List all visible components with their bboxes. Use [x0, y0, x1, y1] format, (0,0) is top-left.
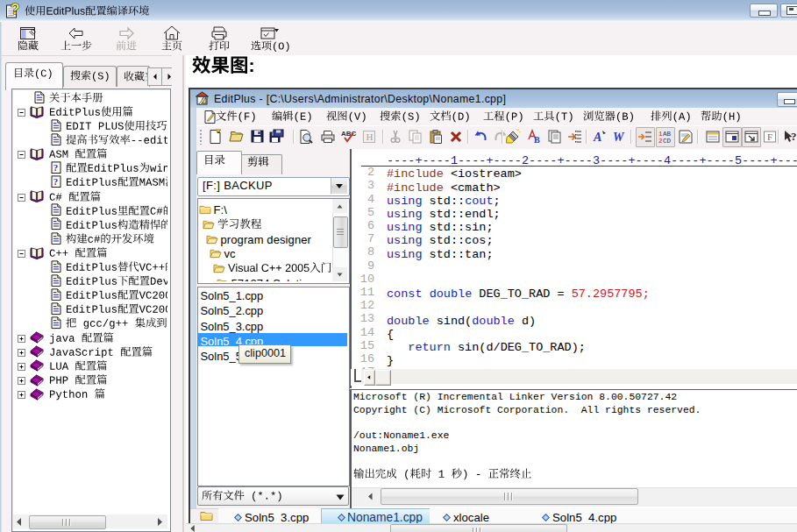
svg-text:A: A: [593, 131, 601, 144]
svg-text:H: H: [366, 131, 374, 142]
svg-text:B: B: [534, 135, 540, 145]
svg-text:ABC: ABC: [341, 130, 357, 138]
svg-text:?: ?: [11, 2, 19, 18]
svg-text:W: W: [613, 131, 625, 144]
svg-text:?: ?: [791, 130, 797, 143]
svg-text:CD: CD: [663, 138, 672, 145]
svg-text:AB: AB: [663, 131, 672, 138]
svg-text:F: F: [767, 131, 772, 142]
svg-text:2: 2: [658, 138, 663, 145]
